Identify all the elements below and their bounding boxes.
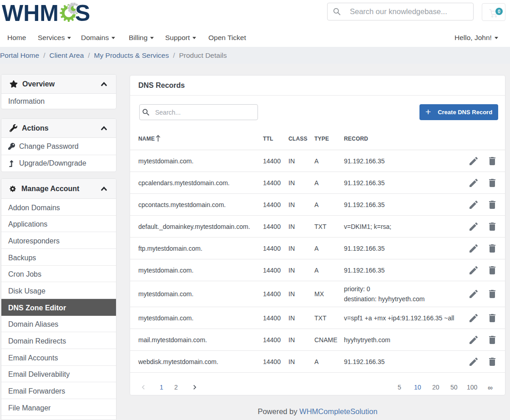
svg-text:S: S (75, 0, 90, 24)
svg-text:WHM: WHM (2, 0, 59, 24)
